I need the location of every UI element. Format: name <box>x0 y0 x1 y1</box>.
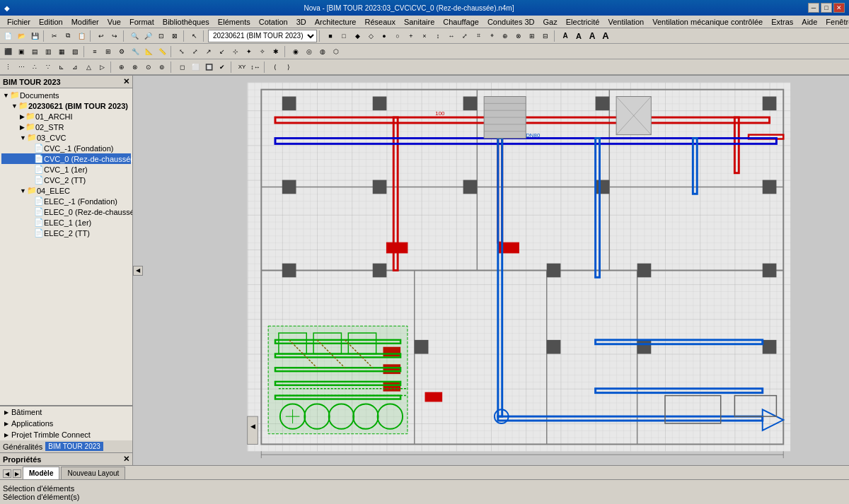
tb2-4[interactable]: ▥ <box>42 45 54 58</box>
tbtn9[interactable]: ↕ <box>432 30 444 42</box>
paste-btn[interactable]: 📋 <box>75 30 88 42</box>
tb2-11[interactable]: 📐 <box>142 45 155 58</box>
tb2-12[interactable]: 📏 <box>156 45 168 58</box>
projet-section[interactable]: ▶ Projet Trimble Connect <box>0 429 132 440</box>
zoom-all-btn[interactable]: ⊠ <box>168 30 181 42</box>
tbtn8[interactable]: × <box>418 30 431 42</box>
menu-item-conduites-3d[interactable]: Conduites 3D <box>483 18 539 26</box>
menu-item-edition[interactable]: Edition <box>35 18 67 26</box>
tbtn16[interactable]: ⊞ <box>526 30 538 42</box>
menu-item-modifier[interactable]: Modifier <box>67 18 103 26</box>
tab-next-btn[interactable]: ▶ <box>13 469 21 478</box>
snap-btn2[interactable]: ⋯ <box>15 61 28 74</box>
undo-btn[interactable]: ↩ <box>95 30 108 42</box>
save-btn[interactable]: 💾 <box>28 30 41 42</box>
snap-btn7[interactable]: △ <box>82 61 95 74</box>
tbtn6[interactable]: ○ <box>391 30 404 42</box>
menu-item-chauffage[interactable]: Chauffage <box>439 18 483 26</box>
menu-item-vue[interactable]: Vue <box>103 18 125 26</box>
tb2-5[interactable]: ▦ <box>55 45 68 58</box>
view-btn1[interactable]: ◻ <box>175 61 188 74</box>
tb2-16[interactable]: ↙ <box>216 45 229 58</box>
menu-item-sanitaire[interactable]: Sanitaire <box>400 18 439 26</box>
tree-item-archi[interactable]: ▶ 📁 01_ARCHI <box>1 111 131 122</box>
tab-new-layout[interactable]: Nouveau Layout <box>61 467 125 479</box>
tb2-20[interactable]: ✱ <box>270 45 282 58</box>
tree-item-cvc[interactable]: ▼ 📁 03_CVC <box>1 132 131 143</box>
snap-btn9[interactable]: ⊕ <box>115 61 128 74</box>
tree-item-cvc1[interactable]: ▶ 📄 CVC_1 (1er) <box>1 164 131 175</box>
minimize-button[interactable]: ─ <box>808 3 819 13</box>
tb2-2[interactable]: ▣ <box>15 45 28 58</box>
snap-btn11[interactable]: ⊙ <box>142 61 155 74</box>
misc-btn1[interactable]: ⟨ <box>269 61 282 74</box>
tbtn12[interactable]: ⌗ <box>472 30 485 42</box>
tree-close-btn[interactable]: ✕ <box>123 77 129 86</box>
tbtn7[interactable]: + <box>405 30 417 42</box>
menu-item-cotation[interactable]: Cotation <box>255 18 292 26</box>
snap-btn8[interactable]: ▷ <box>96 61 108 74</box>
menu-item-3d[interactable]: 3D <box>292 18 311 26</box>
text-btn-A2[interactable]: A <box>572 30 585 42</box>
snap-btn12[interactable]: ⊚ <box>156 61 168 74</box>
menu-item-extras[interactable]: Extras <box>767 18 797 26</box>
close-button[interactable]: ✕ <box>833 3 845 13</box>
text-btn-A4[interactable]: A <box>599 30 612 42</box>
scroll-left-btn[interactable]: ◀ <box>133 266 143 276</box>
tbtn11[interactable]: ⤢ <box>458 30 471 42</box>
tb2-18[interactable]: ✦ <box>243 45 255 58</box>
tree-item-elec-0[interactable]: ▶ 📄 ELEC_0 (Rez-de-chaussée) <box>1 206 131 217</box>
tb2-22[interactable]: ◎ <box>303 45 316 58</box>
tbtn3[interactable]: ◆ <box>351 30 364 42</box>
snap-btn1[interactable]: ⋮ <box>1 61 14 74</box>
tb2-6[interactable]: ▧ <box>69 45 81 58</box>
tab-prev-btn[interactable]: ◀ <box>3 469 11 478</box>
misc-btn2[interactable]: ⟩ <box>282 61 295 74</box>
tb2-13[interactable]: ⤡ <box>175 45 188 58</box>
menu-item-aide[interactable]: Aide <box>797 18 821 26</box>
tree-item-documents[interactable]: ▼ 📁 Documents <box>1 90 131 100</box>
toggle-archi[interactable]: ▶ <box>20 113 25 120</box>
tab-model[interactable]: Modèle <box>23 467 59 479</box>
snap-btn4[interactable]: ∵ <box>42 61 54 74</box>
text-btn-A1[interactable]: A <box>559 30 572 42</box>
zoom-fit-btn[interactable]: ⊡ <box>155 30 168 42</box>
tbtn5[interactable]: ● <box>378 30 391 42</box>
tree-item-date[interactable]: ▼ 📁 20230621 (BIM TOUR 2023) <box>1 100 131 111</box>
text-btn-A3[interactable]: A <box>586 30 599 42</box>
tree-item-elec2[interactable]: ▶ 📄 ELEC_2 (TT) <box>1 228 131 238</box>
new-btn[interactable]: 📄 <box>1 30 14 42</box>
layer-dropdown[interactable]: 20230621 (BIM TOUR 2023) <box>208 30 317 42</box>
open-btn[interactable]: 📂 <box>15 30 28 42</box>
copy-btn[interactable]: ⧉ <box>62 30 74 42</box>
tree-item-elec1[interactable]: ▶ 📄 ELEC_1 (1er) <box>1 217 131 228</box>
axis-btn[interactable]: ↕↔ <box>249 61 262 74</box>
toggle-elec[interactable]: ▼ <box>20 187 26 194</box>
tbtn1[interactable]: ■ <box>324 30 337 42</box>
drawing-area[interactable]: 100 <box>133 76 849 465</box>
tb2-9[interactable]: ⚙ <box>115 45 128 58</box>
tb2-14[interactable]: ⤢ <box>189 45 202 58</box>
menu-item-gaz[interactable]: Gaz <box>539 18 562 26</box>
tree-item-cvc-1[interactable]: ▶ 📄 CVC_-1 (Fondation) <box>1 143 131 153</box>
menu-item-ventilation[interactable]: Ventilation <box>603 18 648 26</box>
menu-item-ventilation-m-canique-contr-l-e[interactable]: Ventilation mécanique contrôlée <box>648 18 767 26</box>
toggle-cvc[interactable]: ▼ <box>20 134 26 141</box>
toggle-str[interactable]: ▶ <box>20 124 25 131</box>
tb2-3[interactable]: ▤ <box>28 45 41 58</box>
tree-item-str[interactable]: ▶ 📁 02_STR <box>1 122 131 132</box>
snap-btn3[interactable]: ∴ <box>28 61 41 74</box>
snap-btn5[interactable]: ⊾ <box>55 61 68 74</box>
menu-item-fichier[interactable]: Fichier <box>3 18 35 26</box>
zoom-out-btn[interactable]: 🔎 <box>142 30 154 42</box>
tb2-10[interactable]: 🔧 <box>129 45 142 58</box>
tbtn15[interactable]: ⊗ <box>512 30 525 42</box>
tb2-17[interactable]: ⊹ <box>229 45 242 58</box>
batiment-section[interactable]: ▶ Bâtiment <box>0 406 132 418</box>
tree-item-cvc2[interactable]: ▶ 📄 CVC_2 (TT) <box>1 175 131 185</box>
tbtn17[interactable]: ⊟ <box>539 30 552 42</box>
tbtn2[interactable]: □ <box>337 30 350 42</box>
menu-item-electricit-[interactable]: Electricité <box>562 18 604 26</box>
tbtn10[interactable]: ↔ <box>445 30 458 42</box>
tree-item-elec[interactable]: ▼ 📁 04_ELEC <box>1 185 131 196</box>
